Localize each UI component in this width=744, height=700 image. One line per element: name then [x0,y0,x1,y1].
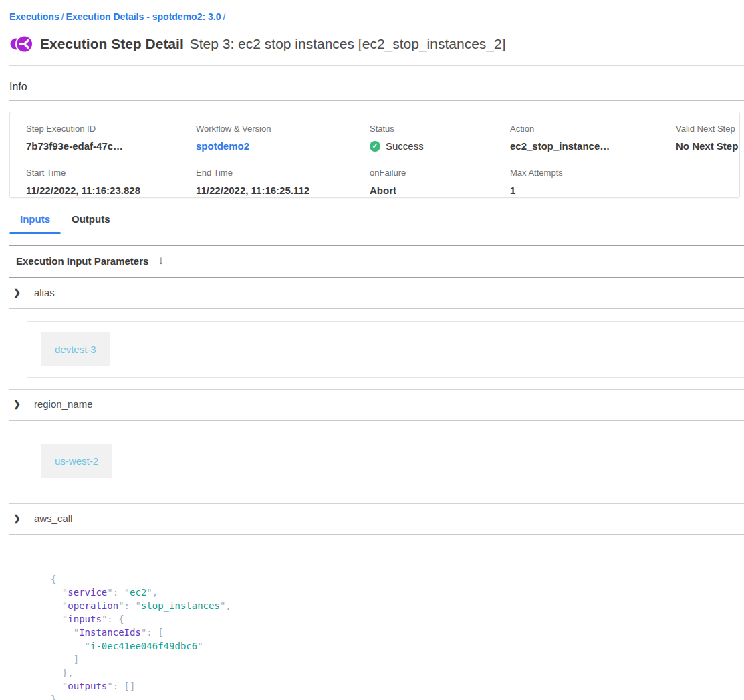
section-label: aws_call [34,513,73,524]
field-label: End Time [196,168,370,178]
breadcrumb: Executions/Execution Details - spotdemo2… [9,11,744,22]
section-row-region-name[interactable]: ❯ region_name [9,389,744,421]
breadcrumb-separator: / [59,11,66,22]
field-value: 1 [510,185,676,196]
field-status: Status ✓ Success [370,124,510,154]
page-title: Execution Step Detail [40,36,184,52]
region-name-value-chip: us-west-2 [41,444,112,478]
title-divider [9,65,744,66]
field-label: onFailure [370,168,510,178]
chevron-right-icon: ❯ [13,513,21,523]
field-label: Workflow & Version [196,124,370,134]
field-value: 7b73f93e-edaf-47c… [26,140,196,152]
field-label: Step Execution ID [26,124,196,134]
field-value: ec2_stop_instance… [510,140,676,152]
breadcrumb-separator-trailing: / [221,11,227,22]
tab-outputs[interactable]: Outputs [61,213,121,233]
info-section-title: Info [9,81,744,93]
region-name-value-panel: us-west-2 [27,433,744,489]
page: Executions/Execution Details - spotdemo2… [0,11,744,700]
field-action: Action ec2_stop_instance… [510,124,676,154]
section-label: region_name [34,398,93,410]
chevron-right-icon: ❯ [13,399,21,409]
title-row: Execution Step Detail Step 3: ec2 stop i… [9,33,744,55]
arrow-down-icon[interactable]: ↓ [158,254,164,267]
field-label: Start Time [26,168,196,178]
workflow-link[interactable]: spotdemo2 [196,140,370,152]
field-onfailure: onFailure Abort [370,168,510,198]
field-start-time: Start Time 11/22/2022, 11:16:23.828 [26,168,196,198]
app-logo-icon [9,33,33,55]
field-value: Abort [370,185,510,196]
tab-inputs[interactable]: Inputs [9,213,61,233]
field-label: Valid Next Step [676,124,739,134]
field-label: Max Attempts [510,168,676,178]
section-row-aws-call[interactable]: ❯ aws_call [9,503,744,535]
json-code-block: { "service": "ec2", "operation": "stop_i… [51,572,744,700]
field-value: No Next Step [676,140,739,152]
section-label: alias [34,287,55,298]
aws-call-code-panel: { "service": "ec2", "operation": "stop_i… [27,548,744,700]
chevron-right-icon: ❯ [13,287,21,298]
field-step-execution-id: Step Execution ID 7b73f93e-edaf-47c… [26,124,196,154]
field-value: 11/22/2022, 11:16:25.112 [196,185,370,196]
success-check-icon: ✓ [370,141,380,152]
field-end-time: End Time 11/22/2022, 11:16:25.112 [196,168,370,198]
alias-value-panel: devtest-3 [27,321,744,378]
info-divider [9,100,744,101]
field-max-attempts: Max Attempts 1 [510,168,676,198]
execution-input-parameters-header: Execution Input Parameters ↓ [9,246,744,278]
field-label: Status [370,124,510,134]
params-title: Execution Input Parameters [16,255,148,267]
field-label: Action [510,124,676,134]
status-text: Success [386,140,424,152]
field-value: 11/22/2022, 11:16:23.828 [26,185,196,196]
status-badge: ✓ Success [370,140,510,152]
alias-value-chip: devtest-3 [41,332,110,366]
field-valid-next-step: Valid Next Step No Next Step [676,124,739,154]
page-subtitle: Step 3: ec2 stop instances [ec2_stop_ins… [190,36,506,52]
breadcrumb-link-execution-details[interactable]: Execution Details - spotdemo2: 3.0 [66,11,221,22]
field-workflow-version: Workflow & Version spotdemo2 [196,124,370,154]
info-card: Step Execution ID 7b73f93e-edaf-47c… Wor… [9,112,740,198]
breadcrumb-link-executions[interactable]: Executions [9,11,59,22]
section-row-alias[interactable]: ❯ alias [9,278,744,309]
tab-bar: Inputs Outputs [9,213,744,233]
